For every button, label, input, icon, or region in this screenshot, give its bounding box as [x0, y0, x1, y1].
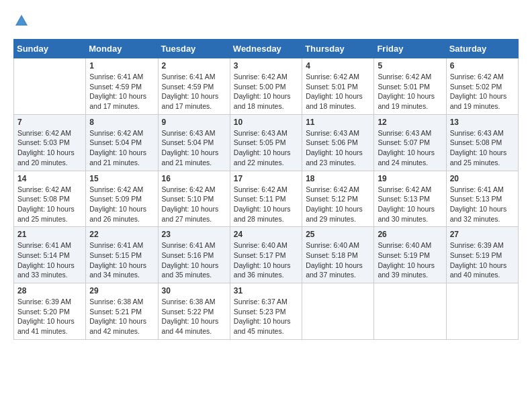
day-header-monday: Monday: [86, 40, 158, 58]
day-number: 27: [450, 230, 515, 239]
day-number: 15: [89, 174, 154, 183]
calendar-cell: 6 Sunrise: 6:42 AMSunset: 5:02 PMDayligh…: [446, 58, 518, 115]
day-header-wednesday: Wednesday: [230, 40, 302, 58]
day-number: 13: [450, 118, 515, 127]
calendar-cell: [14, 58, 86, 115]
calendar-cell: 29 Sunrise: 6:38 AMSunset: 5:21 PMDaylig…: [86, 283, 158, 340]
cell-info: Sunrise: 6:42 AMSunset: 5:10 PMDaylight:…: [162, 185, 219, 223]
calendar-cell: 30 Sunrise: 6:38 AMSunset: 5:22 PMDaylig…: [158, 283, 230, 340]
calendar-cell: 26 Sunrise: 6:40 AMSunset: 5:19 PMDaylig…: [374, 227, 446, 283]
calendar-cell: 15 Sunrise: 6:42 AMSunset: 5:09 PMDaylig…: [86, 171, 158, 227]
calendar-cell: 1 Sunrise: 6:41 AMSunset: 4:59 PMDayligh…: [86, 58, 158, 115]
day-number: 31: [234, 286, 298, 295]
calendar-cell: 17 Sunrise: 6:42 AMSunset: 5:11 PMDaylig…: [230, 171, 302, 227]
cell-info: Sunrise: 6:42 AMSunset: 5:00 PMDaylight:…: [234, 73, 291, 110]
day-number: 18: [306, 174, 370, 183]
calendar-cell: 23 Sunrise: 6:41 AMSunset: 5:16 PMDaylig…: [158, 227, 230, 283]
calendar-cell: 19 Sunrise: 6:42 AMSunset: 5:13 PMDaylig…: [374, 171, 446, 227]
cell-info: Sunrise: 6:42 AMSunset: 5:02 PMDaylight:…: [450, 73, 507, 110]
cell-info: Sunrise: 6:42 AMSunset: 5:12 PMDaylight:…: [306, 185, 363, 223]
calendar-cell: [374, 283, 446, 340]
day-number: 30: [162, 286, 226, 295]
calendar-cell: 20 Sunrise: 6:41 AMSunset: 5:13 PMDaylig…: [446, 171, 518, 227]
cell-info: Sunrise: 6:37 AMSunset: 5:23 PMDaylight:…: [234, 298, 291, 335]
cell-info: Sunrise: 6:41 AMSunset: 4:59 PMDaylight:…: [89, 73, 146, 110]
calendar-cell: [446, 283, 518, 340]
calendar-cell: 12 Sunrise: 6:43 AMSunset: 5:07 PMDaylig…: [374, 114, 446, 171]
cell-info: Sunrise: 6:42 AMSunset: 5:03 PMDaylight:…: [17, 129, 75, 167]
calendar-cell: 7 Sunrise: 6:42 AMSunset: 5:03 PMDayligh…: [14, 114, 86, 171]
calendar-cell: 31 Sunrise: 6:37 AMSunset: 5:23 PMDaylig…: [230, 283, 302, 340]
calendar-cell: 28 Sunrise: 6:39 AMSunset: 5:20 PMDaylig…: [14, 283, 86, 340]
day-number: 7: [17, 118, 82, 127]
cell-info: Sunrise: 6:43 AMSunset: 5:08 PMDaylight:…: [450, 129, 507, 167]
calendar-cell: 9 Sunrise: 6:43 AMSunset: 5:04 PMDayligh…: [158, 114, 230, 171]
day-number: 16: [162, 174, 226, 183]
cell-info: Sunrise: 6:42 AMSunset: 5:01 PMDaylight:…: [378, 73, 435, 110]
day-header-tuesday: Tuesday: [158, 40, 230, 58]
logo-icon: [14, 13, 29, 28]
cell-info: Sunrise: 6:42 AMSunset: 5:01 PMDaylight:…: [306, 73, 363, 110]
cell-info: Sunrise: 6:39 AMSunset: 5:19 PMDaylight:…: [450, 241, 507, 279]
week-row-4: 21 Sunrise: 6:41 AMSunset: 5:14 PMDaylig…: [14, 227, 519, 283]
calendar-cell: 18 Sunrise: 6:42 AMSunset: 5:12 PMDaylig…: [302, 171, 374, 227]
calendar-cell: 13 Sunrise: 6:43 AMSunset: 5:08 PMDaylig…: [446, 114, 518, 171]
cell-info: Sunrise: 6:39 AMSunset: 5:20 PMDaylight:…: [17, 298, 75, 335]
cell-info: Sunrise: 6:43 AMSunset: 5:06 PMDaylight:…: [306, 129, 363, 167]
day-number: 1: [89, 61, 154, 71]
calendar-cell: 27 Sunrise: 6:39 AMSunset: 5:19 PMDaylig…: [446, 227, 518, 283]
cell-info: Sunrise: 6:38 AMSunset: 5:21 PMDaylight:…: [89, 298, 146, 335]
day-header-friday: Friday: [374, 40, 446, 58]
week-row-2: 7 Sunrise: 6:42 AMSunset: 5:03 PMDayligh…: [14, 114, 519, 171]
calendar-cell: 4 Sunrise: 6:42 AMSunset: 5:01 PMDayligh…: [302, 58, 374, 115]
cell-info: Sunrise: 6:43 AMSunset: 5:05 PMDaylight:…: [234, 129, 291, 167]
cell-info: Sunrise: 6:38 AMSunset: 5:22 PMDaylight:…: [162, 298, 219, 335]
day-number: 3: [234, 61, 298, 71]
day-number: 2: [162, 61, 226, 71]
calendar-cell: 10 Sunrise: 6:43 AMSunset: 5:05 PMDaylig…: [230, 114, 302, 171]
calendar-cell: 24 Sunrise: 6:40 AMSunset: 5:17 PMDaylig…: [230, 227, 302, 283]
day-number: 19: [378, 174, 442, 183]
day-number: 21: [17, 230, 82, 239]
day-number: 24: [234, 230, 298, 239]
day-number: 20: [450, 174, 515, 183]
cell-info: Sunrise: 6:43 AMSunset: 5:07 PMDaylight:…: [378, 129, 435, 167]
day-header-thursday: Thursday: [302, 40, 374, 58]
cell-info: Sunrise: 6:42 AMSunset: 5:08 PMDaylight:…: [17, 185, 75, 223]
calendar-cell: 22 Sunrise: 6:41 AMSunset: 5:15 PMDaylig…: [86, 227, 158, 283]
day-number: 14: [17, 174, 82, 183]
calendar-cell: 5 Sunrise: 6:42 AMSunset: 5:01 PMDayligh…: [374, 58, 446, 115]
calendar-cell: 21 Sunrise: 6:41 AMSunset: 5:14 PMDaylig…: [14, 227, 86, 283]
cell-info: Sunrise: 6:42 AMSunset: 5:13 PMDaylight:…: [378, 185, 435, 223]
cell-info: Sunrise: 6:40 AMSunset: 5:19 PMDaylight:…: [378, 241, 435, 279]
cell-info: Sunrise: 6:43 AMSunset: 5:04 PMDaylight:…: [162, 129, 219, 167]
day-number: 17: [234, 174, 298, 183]
cell-info: Sunrise: 6:41 AMSunset: 5:14 PMDaylight:…: [17, 241, 75, 279]
cell-info: Sunrise: 6:42 AMSunset: 5:11 PMDaylight:…: [234, 185, 291, 223]
calendar-cell: 16 Sunrise: 6:42 AMSunset: 5:10 PMDaylig…: [158, 171, 230, 227]
page-header: [13, 13, 519, 28]
day-number: 29: [89, 286, 154, 295]
week-row-1: 1 Sunrise: 6:41 AMSunset: 4:59 PMDayligh…: [14, 58, 519, 115]
day-number: 11: [306, 118, 370, 127]
day-number: 5: [378, 61, 442, 71]
day-header-sunday: Sunday: [14, 40, 86, 58]
calendar-cell: 14 Sunrise: 6:42 AMSunset: 5:08 PMDaylig…: [14, 171, 86, 227]
cell-info: Sunrise: 6:40 AMSunset: 5:17 PMDaylight:…: [234, 241, 291, 279]
calendar-cell: 2 Sunrise: 6:41 AMSunset: 4:59 PMDayligh…: [158, 58, 230, 115]
week-row-5: 28 Sunrise: 6:39 AMSunset: 5:20 PMDaylig…: [14, 283, 519, 340]
cell-info: Sunrise: 6:41 AMSunset: 5:13 PMDaylight:…: [450, 185, 507, 223]
logo: [13, 13, 30, 28]
cell-info: Sunrise: 6:42 AMSunset: 5:09 PMDaylight:…: [89, 185, 146, 223]
cell-info: Sunrise: 6:41 AMSunset: 5:15 PMDaylight:…: [89, 241, 146, 279]
day-number: 25: [306, 230, 370, 239]
cell-info: Sunrise: 6:41 AMSunset: 4:59 PMDaylight:…: [162, 73, 219, 110]
cell-info: Sunrise: 6:40 AMSunset: 5:18 PMDaylight:…: [306, 241, 363, 279]
day-number: 23: [162, 230, 226, 239]
days-header-row: SundayMondayTuesdayWednesdayThursdayFrid…: [14, 40, 519, 58]
day-number: 4: [306, 61, 370, 71]
cell-info: Sunrise: 6:41 AMSunset: 5:16 PMDaylight:…: [162, 241, 219, 279]
day-number: 8: [89, 118, 154, 127]
day-header-saturday: Saturday: [446, 40, 518, 58]
day-number: 26: [378, 230, 442, 239]
